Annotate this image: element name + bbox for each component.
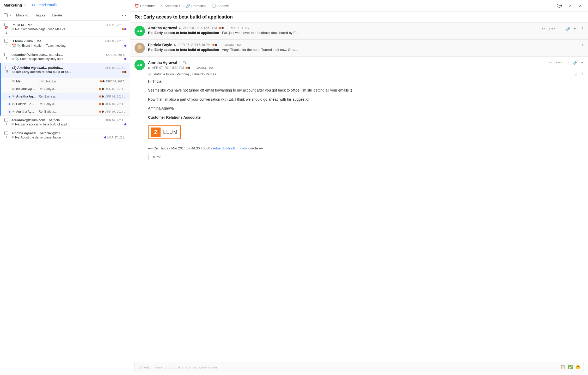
- email-item[interactable]: 2 ITTeam Zillum... Me MAY 05, 2016 ... 📅…: [0, 37, 130, 50]
- email-checkbox[interactable]: [4, 23, 8, 27]
- unread-count-badge: 3 Unread emails: [31, 3, 57, 7]
- link-icon-button[interactable]: 🔗: [572, 60, 578, 65]
- sub-subject: Fwd: Re: Ea...: [39, 80, 98, 83]
- share-icon-button[interactable]: ⤴: [581, 26, 584, 31]
- sub-date: APR 08, 2014 ...: [105, 95, 126, 98]
- chat-icon-button[interactable]: 💬: [556, 2, 563, 9]
- quoted-email-link[interactable]: eduardov@zillum.com: [213, 146, 247, 150]
- signature-title: Customer Relations Associate: [148, 115, 201, 119]
- email-sender: eduardov@zillum.com... patriciab@zill...: [11, 53, 64, 57]
- reply-placeholder-text: @mention a user or group to share this c…: [138, 365, 560, 369]
- email-checkbox[interactable]: [5, 66, 9, 69]
- msg-sender-name: Patricia Boyle: [148, 43, 172, 47]
- unread-dot: [9, 96, 10, 98]
- permalink-label: Permalink: [191, 4, 206, 8]
- email-item[interactable]: 1 Amritha Agrawal... patriciab@zillum.co…: [0, 129, 130, 142]
- item-left-meta: 5: [3, 66, 11, 73]
- search-icon-button[interactable]: 🔍: [182, 60, 188, 65]
- svg-point-1: [138, 45, 142, 49]
- more-icon-button[interactable]: ▾: [573, 26, 577, 32]
- tag-as-button[interactable]: Tag as: [33, 12, 47, 18]
- attachment-icon-button[interactable]: 📋: [560, 365, 565, 370]
- close-icon-button[interactable]: ✕: [577, 2, 584, 9]
- snooze-action[interactable]: 🕐 Snooze: [212, 4, 229, 8]
- purple-dot: [124, 28, 126, 30]
- email-checkbox[interactable]: [4, 39, 8, 43]
- expand-icon-button[interactable]: ⤢: [566, 2, 573, 9]
- email-item-selected[interactable]: 5 (3) Amritha Agrawal... patriciab@zillu…: [0, 63, 130, 116]
- email-item[interactable]: 3 eduardov@zillum.com... patriciab@zill.…: [0, 50, 130, 63]
- sub-sender: Amritha Ag...: [16, 110, 37, 113]
- reply-input-row[interactable]: @mention a user or group to share this c…: [134, 362, 584, 372]
- select-all-checkbox[interactable]: [4, 13, 8, 17]
- avatar-patricia: [134, 43, 145, 53]
- body-para2: Now that I'm also a part of your convers…: [148, 96, 584, 102]
- email-content: eduardov@zillum.com... patriciab@zill...…: [11, 53, 126, 61]
- move-to-button[interactable]: Move to: [14, 12, 30, 18]
- mail-icon: ✉: [12, 110, 15, 113]
- flag-icon: ▶: [174, 44, 176, 46]
- email-checkbox[interactable]: [4, 131, 8, 135]
- forward-icon-button[interactable]: →: [558, 26, 563, 32]
- email-checkbox[interactable]: [4, 53, 8, 56]
- email-body: Hi Tricia, Seems like you have not turne…: [130, 78, 588, 166]
- sub-thread-item[interactable]: ✉ Amritha Ag... Re: Early a... APR 07, 2…: [1, 108, 130, 116]
- email-sender: Paula M... Me: [11, 23, 32, 27]
- cc-icon-button[interactable]: ⊞: [574, 71, 578, 77]
- reply-all-icon-button[interactable]: ↩↩: [548, 26, 556, 32]
- quoted-section: ---- On Thu, 27 Mar 2014 07:44:30 +0000 …: [148, 146, 584, 160]
- select-chevron-icon[interactable]: ▾: [10, 14, 11, 17]
- sub-thread-item-selected[interactable]: ✉ Amritha Ag... Re: Early a... APR 08, 2…: [1, 93, 130, 100]
- sub-subject: Re: Early a...: [39, 95, 97, 98]
- email-top-row: eduardov@zillum.com... patriciab@zill...…: [11, 118, 126, 122]
- emoji-icon-button[interactable]: 😊: [575, 365, 580, 370]
- msg-header-1[interactable]: AA Amritha Agrawal ▶ APR 08, 2014 12:52 …: [130, 23, 588, 39]
- more-icon-button[interactable]: ▾: [580, 60, 584, 65]
- reply-icon-button[interactable]: ↩: [548, 60, 553, 65]
- more-options-icon[interactable]: ⋯: [122, 13, 126, 18]
- sender-row-1: Amritha Agrawal ▶ APR 08, 2014 12:52 PM …: [148, 26, 538, 30]
- add-task-action[interactable]: ✓ Add task ▾: [160, 4, 180, 8]
- email-subject: Re. Comparison page: Zoho Mail vs...: [15, 27, 121, 31]
- dark-dot: [102, 95, 104, 98]
- delete-button[interactable]: Delete: [50, 12, 64, 18]
- permalink-action[interactable]: 🔗 Permalink: [186, 4, 206, 8]
- thread-count: 3: [5, 57, 7, 60]
- reply-icon-button[interactable]: ↩: [541, 26, 546, 32]
- msg-header-2[interactable]: Patricia Boyle ▶ APR 07, 2014 5:38 PM · …: [130, 40, 588, 56]
- link-icon: 🔗: [186, 4, 190, 8]
- reminder-action[interactable]: ⏰ Reminder: [134, 4, 155, 8]
- separator: ·: [227, 26, 228, 30]
- sub-thread-item[interactable]: ✉ Patricia Bo... Re: Early a... APR 07, …: [1, 100, 130, 108]
- sub-thread-item[interactable]: ✉ eduardov@... Re: Early a... APR 08, 20…: [1, 85, 130, 93]
- email-item[interactable]: 🚩 1 Paula M... Me JUL 29, 2016 ... ✉ Re.…: [0, 21, 130, 37]
- thread-count: 1: [5, 31, 7, 34]
- quoted-header: ---- On Thu, 27 Mar 2014 07:44:30 +0000 …: [148, 146, 584, 151]
- folder-name[interactable]: Marketing: [4, 3, 22, 7]
- avatar-amritha-1: AA: [134, 26, 145, 36]
- sub-date: APR 07, 2014 ...: [105, 102, 126, 106]
- mail-icon: ✉: [11, 27, 14, 31]
- reply-all-icon-button[interactable]: ↩↩: [555, 60, 563, 65]
- sub-sender: Patricia Bo...: [16, 102, 37, 106]
- email-list-panel: Marketing ▾ · 3 Unread emails ▾ Move to …: [0, 0, 130, 375]
- calendar-icon: 📅: [11, 44, 16, 48]
- email-top-row: (3) Amritha Agrawal... patriciab@zillu..…: [12, 66, 126, 70]
- item-left-meta: 1: [3, 131, 10, 138]
- email-checkbox[interactable]: [4, 118, 8, 122]
- sub-thread-item[interactable]: ✉ Me Fwd: Re: Ea... DEC 04, 2017...: [1, 78, 130, 85]
- orange-dot: [212, 44, 215, 46]
- forward-icon-button[interactable]: →: [565, 60, 570, 65]
- email-body-text: Hi Tricia, Seems like you have not turne…: [148, 78, 584, 160]
- folder-dropdown-icon[interactable]: ▾: [24, 4, 26, 7]
- link-icon-button[interactable]: 🔗: [565, 26, 571, 32]
- email-bottom-row: ✉ 📎 Some snaps from mystery spot: [11, 57, 126, 61]
- share-icon-button[interactable]: ⤴: [580, 71, 584, 77]
- share-icon-button[interactable]: ⤴: [580, 43, 584, 49]
- email-subject: Re: About the demo presentation: [15, 136, 103, 139]
- email-item[interactable]: 1 eduardov@zillum.com... patriciab@zill.…: [0, 116, 130, 129]
- task-icon-button[interactable]: ✅: [568, 365, 573, 370]
- email-content: Amritha Agrawal... patriciab@zillum.com …: [11, 131, 126, 139]
- reply-icons-group: 📋 ✅ 😊: [560, 365, 580, 370]
- msg-header-3[interactable]: AA Amritha Agrawal · 🔍 ▶ APR 07, 2014 5:…: [130, 57, 588, 71]
